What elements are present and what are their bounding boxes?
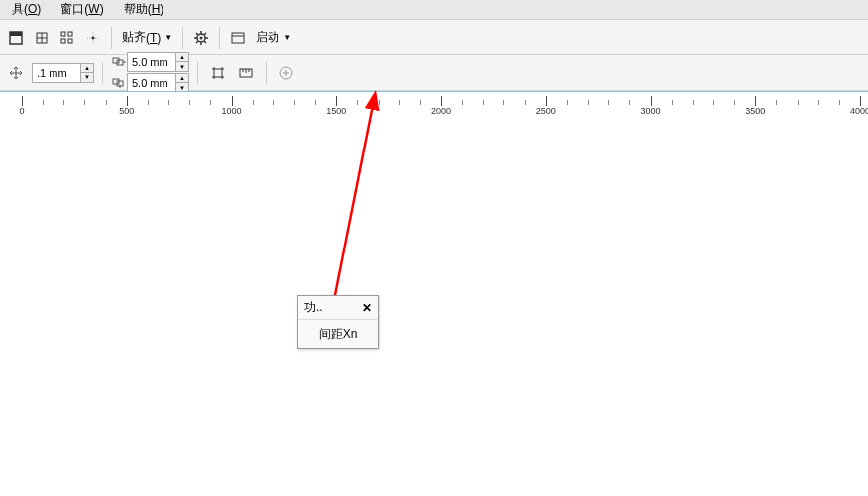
chevron-down-icon: ▼	[283, 33, 291, 42]
launch-dropdown[interactable]: 启动 ▼	[252, 27, 295, 48]
dup-x-icon	[111, 57, 127, 67]
spin-down[interactable]: ▼	[81, 73, 93, 82]
svg-rect-3	[61, 32, 65, 36]
nudge-offset-icon[interactable]	[4, 61, 28, 85]
ruler-horizontal: 05001000150020002500300035004000	[0, 91, 868, 115]
crop-button[interactable]	[206, 61, 230, 85]
ruler-label: 500	[119, 106, 134, 116]
launch-icon-button[interactable]	[226, 26, 250, 50]
svg-rect-1	[10, 32, 22, 36]
duplicate-distance-group: ▲▼ ▲▼	[111, 52, 189, 93]
floating-panel[interactable]: 功.. ✕ 间距Xn	[297, 295, 379, 349]
menu-tools[interactable]: 具(O)	[2, 0, 51, 20]
units-button[interactable]	[234, 61, 258, 85]
separator	[102, 62, 103, 84]
add-button[interactable]	[274, 61, 298, 85]
nudge-spinner[interactable]: ▲▼	[81, 63, 94, 83]
ruler-label: 3500	[745, 106, 765, 116]
ruler-label: 2000	[431, 106, 451, 116]
panel-titlebar[interactable]: 功.. ✕	[298, 296, 378, 320]
separator	[197, 62, 198, 84]
dup-y-input[interactable]	[127, 73, 176, 93]
tool-btn-3[interactable]	[55, 26, 79, 50]
menubar: 具(O) 窗口(W) 帮助(H)	[0, 0, 868, 20]
svg-rect-15	[214, 69, 222, 77]
dup-y-icon	[111, 78, 127, 88]
nudge-input-group: ▲▼	[32, 63, 94, 83]
canvas-area[interactable]	[0, 117, 868, 496]
separator	[266, 62, 267, 84]
tool-btn-4[interactable]	[81, 26, 105, 50]
tool-btn-1[interactable]	[4, 26, 28, 50]
panel-title-text: 功..	[304, 299, 323, 316]
chevron-down-icon: ▼	[164, 33, 172, 42]
svg-rect-5	[61, 39, 65, 43]
ruler-label: 3000	[640, 106, 660, 116]
spin-up[interactable]: ▲	[176, 53, 188, 62]
toolbar-secondary: ▲▼ ▲▼ ▲▼	[0, 55, 868, 91]
launch-label: 启动	[256, 29, 279, 46]
ruler-label: 1000	[221, 106, 241, 116]
svg-point-9	[200, 36, 203, 39]
menu-help[interactable]: 帮助(H)	[114, 0, 174, 20]
svg-rect-4	[68, 32, 72, 36]
spin-up[interactable]: ▲	[81, 64, 93, 73]
svg-rect-10	[232, 33, 244, 43]
dup-x-input[interactable]	[127, 52, 176, 72]
panel-body[interactable]: 间距Xn	[298, 320, 378, 348]
ruler-label: 4000	[850, 106, 868, 116]
separator	[182, 27, 183, 49]
settings-button[interactable]	[189, 26, 213, 50]
svg-rect-6	[68, 39, 72, 43]
close-icon[interactable]: ✕	[362, 301, 372, 315]
spin-up[interactable]: ▲	[176, 74, 188, 83]
ruler-label: 1500	[326, 106, 346, 116]
separator	[219, 27, 220, 49]
plus-circle-icon	[278, 65, 294, 81]
spin-down[interactable]: ▼	[176, 62, 188, 71]
tool-btn-2[interactable]	[30, 26, 54, 50]
dup-x-spinner[interactable]: ▲▼	[176, 52, 189, 72]
menu-window[interactable]: 窗口(W)	[51, 0, 113, 20]
nudge-input[interactable]	[32, 63, 81, 83]
crop-icon	[210, 65, 226, 81]
svg-point-7	[92, 36, 95, 39]
toolbar-primary: 贴齐(T)▼ 启动 ▼	[0, 20, 868, 55]
gear-icon	[193, 30, 209, 46]
ruler-label: 0	[19, 106, 24, 116]
dup-y-spinner[interactable]: ▲▼	[176, 73, 189, 93]
snap-dropdown[interactable]: 贴齐(T)▼	[118, 27, 176, 48]
ruler-label: 2500	[536, 106, 556, 116]
separator	[111, 27, 112, 49]
snap-label: 贴齐	[122, 29, 146, 46]
